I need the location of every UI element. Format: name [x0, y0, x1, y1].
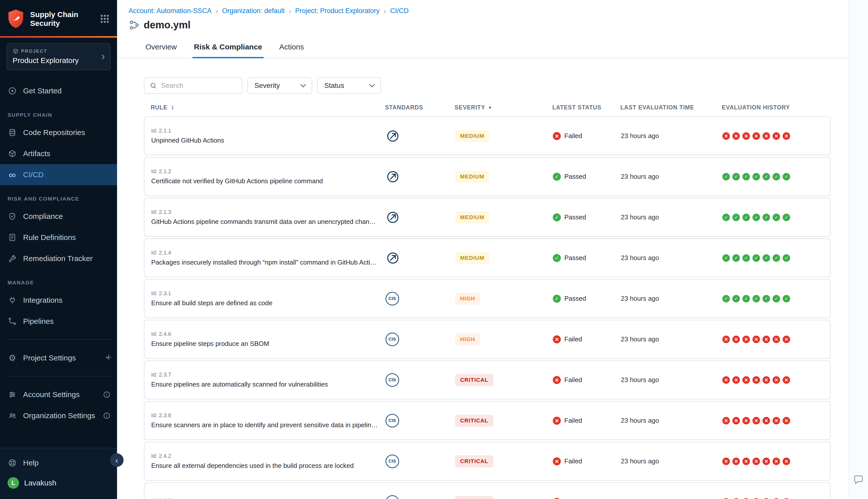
- column-rule[interactable]: RULE ▲▼: [144, 104, 385, 111]
- history-pass-icon: ✓: [743, 173, 750, 181]
- table-row[interactable]: Id: 2.1.4 Packages insecurely installed …: [144, 239, 831, 277]
- history-fail-icon: ×: [762, 376, 770, 384]
- table-row[interactable]: Id: 2.3.7 Ensure pipelines are automatic…: [144, 361, 831, 399]
- sidebar-item-account-settings[interactable]: Account Settings: [0, 384, 117, 405]
- breadcrumb-account[interactable]: Account: Automation-SSCA: [129, 7, 212, 15]
- sidebar-item-get-started[interactable]: Get Started: [0, 80, 117, 101]
- history-pass-icon: ✓: [743, 214, 750, 221]
- sidebar-item-cicd[interactable]: ∞ CI/CD: [0, 164, 117, 185]
- table-row[interactable]: Id: 2.3.1 Ensure all build steps are def…: [144, 279, 831, 318]
- chat-help-icon[interactable]: [853, 474, 864, 485]
- evaluation-time: 23 hours ago: [621, 417, 722, 424]
- breadcrumb-cicd[interactable]: CI/CD: [390, 7, 409, 15]
- get-started-icon: [8, 86, 17, 96]
- sidebar-collapse-button[interactable]: ‹: [110, 453, 123, 467]
- sidebar-item-label: Organization Settings: [23, 411, 95, 420]
- project-icon: [13, 48, 19, 54]
- table-row[interactable]: Id: 2.1.2 Certificate not verified by Gi…: [144, 157, 831, 196]
- table-row[interactable]: Id: 2.3.8 Ensure scanners are in place t…: [144, 401, 831, 440]
- app-title-line2: Security: [30, 19, 95, 28]
- rule-id: Id: 2.1.3: [151, 209, 386, 215]
- cis-standard-icon: CIS: [386, 414, 399, 427]
- severity-filter-label: Severity: [254, 82, 280, 89]
- history-fail-icon: ×: [732, 336, 740, 343]
- sidebar: Supply Chain Security PROJECT Product Ex…: [0, 0, 117, 499]
- evaluation-time: 23 hours ago: [621, 295, 722, 303]
- history-pass-icon: ✓: [773, 214, 780, 221]
- sidebar-item-project-settings[interactable]: ⚙ Project Settings ›: [0, 348, 117, 368]
- evaluation-history: ✓✓✓✓✓✓✓: [722, 254, 830, 262]
- rule-name: Ensure all build steps are defined as co…: [151, 299, 386, 307]
- status-filter[interactable]: Status: [317, 77, 381, 94]
- table-row[interactable]: Id: 3.1.7 CIS CRITICAL × Failed 23 hours…: [144, 483, 831, 499]
- severity-badge: CRITICAL: [455, 455, 493, 467]
- column-label: SEVERITY: [455, 104, 485, 111]
- rule-id: Id: 2.3.1: [151, 290, 386, 297]
- history-fail-icon: ×: [732, 498, 740, 499]
- sidebar-item-label: Pipelines: [23, 317, 54, 326]
- history-fail-icon: ×: [722, 498, 730, 499]
- passed-status-icon: ✓: [553, 295, 561, 303]
- tab-risk-compliance[interactable]: Risk & Compliance: [192, 38, 264, 58]
- sidebar-item-label: Remediation Tracker: [23, 254, 93, 263]
- sidebar-item-help[interactable]: Help: [0, 452, 117, 473]
- rule-cell: Id: 2.1.3 GitHub Actions pipeline comman…: [144, 209, 386, 226]
- table-row[interactable]: Id: 2.4.6 Ensure pipeline steps produce …: [144, 320, 831, 359]
- history-fail-icon: ×: [752, 498, 760, 499]
- table-row[interactable]: Id: 2.1.3 GitHub Actions pipeline comman…: [144, 198, 831, 237]
- status-cell: × Failed: [553, 376, 621, 384]
- sidebar-item-artifacts[interactable]: Artifacts: [0, 143, 117, 164]
- tab-overview[interactable]: Overview: [144, 38, 178, 58]
- severity-badge: MEDIUM: [455, 171, 489, 183]
- severity-filter[interactable]: Severity: [248, 77, 312, 94]
- sidebar-item-compliance[interactable]: Compliance: [0, 206, 117, 227]
- severity-cell: MEDIUM: [455, 171, 553, 183]
- cis-standard-icon: CIS: [386, 495, 399, 499]
- table-row[interactable]: Id: 2.4.2 Ensure all external dependenci…: [144, 442, 831, 481]
- rule-id: Id: 2.4.2: [151, 453, 386, 459]
- history-pass-icon: ✓: [732, 254, 740, 262]
- tab-actions[interactable]: Actions: [278, 38, 305, 58]
- column-severity[interactable]: SEVERITY ▼: [455, 104, 552, 111]
- search-box[interactable]: [144, 77, 242, 94]
- history-fail-icon: ×: [732, 132, 740, 140]
- failed-status-icon: ×: [553, 335, 561, 343]
- history-fail-icon: ×: [783, 336, 790, 343]
- project-selector[interactable]: PROJECT Product Exploratory ›: [7, 43, 110, 70]
- standards-cell: CIS: [386, 292, 455, 305]
- sidebar-item-code-repositories[interactable]: Code Repositories: [0, 122, 117, 143]
- sidebar-item-integrations[interactable]: Integrations: [0, 290, 117, 311]
- breadcrumb-project[interactable]: Project: Product Exploratory: [295, 7, 379, 15]
- sidebar-nav: Get Started SUPPLY CHAIN Code Repositori…: [0, 72, 117, 426]
- standards-cell: [386, 251, 455, 265]
- evaluation-history: ×××××××: [722, 417, 830, 424]
- evaluation-time: 23 hours ago: [621, 376, 722, 384]
- history-fail-icon: ×: [732, 417, 740, 424]
- sidebar-item-remediation-tracker[interactable]: Remediation Tracker: [0, 248, 117, 269]
- sidebar-item-organization-settings[interactable]: Organization Settings: [0, 405, 117, 426]
- history-fail-icon: ×: [743, 376, 750, 384]
- sidebar-item-rule-definitions[interactable]: Rule Definitions: [0, 227, 117, 248]
- failed-status-icon: ×: [553, 498, 561, 499]
- history-fail-icon: ×: [732, 458, 740, 465]
- history-pass-icon: ✓: [762, 254, 770, 262]
- history-fail-icon: ×: [783, 376, 790, 384]
- history-pass-icon: ✓: [783, 295, 790, 303]
- column-evaluation-history: EVALUATION HISTORY: [722, 104, 831, 111]
- table-row[interactable]: Id: 2.1.1 Unpinned GitHub Actions MEDIUM…: [144, 117, 831, 155]
- status-label: Failed: [564, 417, 582, 424]
- history-fail-icon: ×: [773, 458, 780, 465]
- search-input[interactable]: [161, 82, 237, 89]
- history-fail-icon: ×: [762, 417, 770, 424]
- user-menu[interactable]: L Lavakush: [0, 473, 117, 492]
- sort-desc-icon: ▼: [488, 106, 492, 110]
- rule-cell: Id: 2.1.1 Unpinned GitHub Actions: [144, 127, 386, 144]
- breadcrumb-organization[interactable]: Organization: default: [222, 7, 285, 15]
- section-risk-compliance: RISK AND COMPLIANCE: [0, 185, 117, 206]
- evaluation-time: 23 hours ago: [621, 173, 722, 181]
- app-title-line1: Supply Chain: [30, 10, 95, 19]
- module-picker-icon[interactable]: [100, 14, 109, 24]
- sidebar-item-pipelines[interactable]: Pipelines: [0, 311, 117, 332]
- status-label: Passed: [564, 173, 586, 181]
- history-fail-icon: ×: [743, 132, 750, 140]
